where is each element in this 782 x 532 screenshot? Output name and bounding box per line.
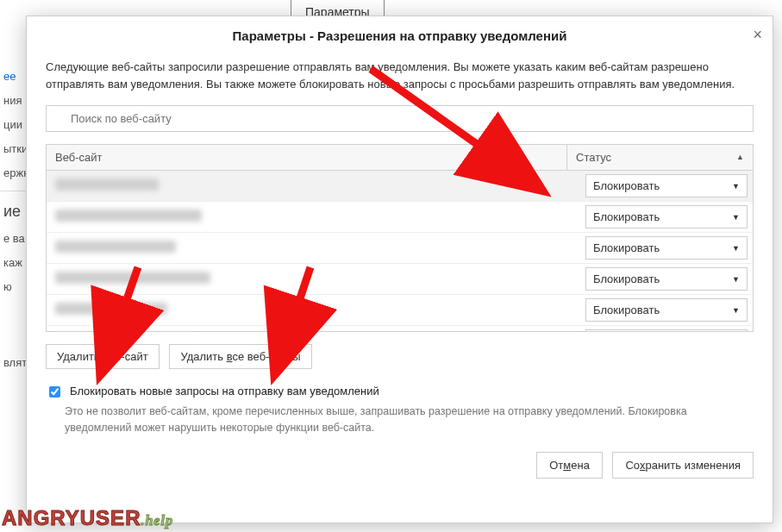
site-cell [47, 235, 580, 260]
site-url-blurred [55, 210, 202, 222]
sidebar-frag: ю [0, 275, 26, 299]
remove-site-button[interactable]: Удалить веб-сайт [46, 344, 160, 369]
status-select[interactable]: Блокировать▼ [585, 236, 748, 260]
table-row[interactable]: Блокировать▼ [47, 233, 753, 264]
status-select[interactable]: Блокировать▼ [585, 174, 748, 197]
block-new-help: Это не позволит веб-сайтам, кроме перечи… [65, 404, 754, 436]
status-select[interactable]: Блокировать▼ [585, 329, 748, 331]
sidebar-frag: влят [0, 351, 26, 375]
page-root: Параметры ее ния ции ытки ержка ие е ва … [0, 0, 782, 532]
status-cell: Блокировать▼ [580, 171, 753, 201]
sidebar-frag: ержка [0, 161, 26, 185]
col-website[interactable]: Веб-сайт [47, 145, 566, 170]
search-wrap [46, 105, 754, 132]
site-cell [47, 329, 580, 331]
watermark: ANGRYUSER.help [2, 506, 173, 530]
search-input[interactable] [46, 105, 754, 132]
chevron-down-icon: ▼ [732, 244, 740, 253]
sidebar-frag: ытки [0, 137, 26, 161]
watermark-text: ANGRYUSER [2, 506, 141, 529]
table-body: Блокировать▼Блокировать▼Блокировать▼Блок… [47, 171, 753, 331]
status-cell: Блокировать▼ [580, 233, 753, 263]
sidebar-frag: ния [0, 89, 26, 113]
table-row[interactable]: Блокировать▼ [47, 171, 753, 202]
dialog-title: Параметры - Разрешения на отправку уведо… [233, 28, 567, 43]
table-row[interactable]: Блокировать▼ [47, 326, 753, 331]
status-cell: Блокировать▼ [580, 202, 753, 232]
save-button[interactable]: Сохранить изменения [612, 452, 754, 479]
site-cell [47, 204, 580, 229]
chevron-down-icon: ▼ [732, 213, 740, 222]
status-select[interactable]: Блокировать▼ [585, 205, 748, 228]
chevron-down-icon: ▼ [732, 182, 740, 191]
site-cell [47, 266, 580, 291]
table-row[interactable]: Блокировать▼ [47, 264, 753, 295]
dialog-body: Следующие веб-сайты запросили разрешение… [27, 59, 773, 436]
sidebar-frag: ции [0, 113, 26, 137]
block-new-checkbox[interactable] [49, 386, 60, 397]
sidebar-separator [0, 191, 26, 192]
site-url-blurred [55, 241, 176, 253]
status-cell: Блокировать▼ [580, 264, 753, 294]
dialog-footer: Отмена Сохранить изменения [27, 452, 773, 479]
sidebar-frag: ие [0, 197, 26, 227]
sidebar-frag: каж [0, 251, 26, 275]
cancel-button[interactable]: Отмена [536, 452, 603, 479]
left-sidebar-fragment: ее ния ции ытки ержка ие е ва каж ю влят [0, 65, 26, 375]
block-new-label: Блокировать новые запросы на отправку ва… [70, 385, 379, 397]
status-value: Блокировать [593, 241, 660, 254]
site-url-blurred [55, 303, 167, 315]
status-select[interactable]: Блокировать▼ [585, 267, 748, 291]
status-value: Блокировать [593, 179, 660, 192]
status-cell: Блокировать▼ [580, 326, 753, 331]
sort-icon: ▲ [736, 153, 744, 161]
site-url-blurred [55, 272, 210, 284]
site-url-blurred [55, 178, 159, 191]
remove-all-sites-button[interactable]: Удалить все веб-сайты [169, 344, 311, 369]
status-value: Блокировать [593, 304, 660, 316]
sidebar-frag: ее [0, 65, 26, 89]
table-header: Веб-сайт Статус ▲ [47, 145, 753, 171]
dialog-description: Следующие веб-сайты запросили разрешение… [46, 59, 754, 93]
row-action-buttons: Удалить веб-сайт Удалить все веб-сайты [46, 344, 754, 369]
col-status[interactable]: Статус ▲ [566, 145, 753, 170]
status-cell: Блокировать▼ [580, 295, 753, 325]
close-icon[interactable]: × [753, 27, 762, 42]
dialog-header: Параметры - Разрешения на отправку уведо… [27, 16, 773, 52]
table-row[interactable]: Блокировать▼ [47, 202, 753, 233]
chevron-down-icon: ▼ [732, 306, 740, 315]
sidebar-frag: е ва [0, 227, 26, 251]
status-value: Блокировать [593, 210, 660, 223]
notifications-permissions-dialog: Параметры - Разрешения на отправку уведо… [26, 16, 773, 523]
col-status-label: Статус [576, 151, 611, 164]
status-value: Блокировать [593, 272, 660, 285]
chevron-down-icon: ▼ [732, 275, 740, 284]
status-select[interactable]: Блокировать▼ [585, 298, 748, 322]
watermark-suffix: .help [141, 513, 172, 528]
site-cell [47, 173, 580, 198]
sites-table: Веб-сайт Статус ▲ Блокировать▼Блокироват… [46, 144, 754, 332]
block-new-row: Блокировать новые запросы на отправку ва… [46, 385, 754, 400]
site-cell [47, 297, 580, 322]
table-row[interactable]: Блокировать▼ [47, 295, 753, 326]
